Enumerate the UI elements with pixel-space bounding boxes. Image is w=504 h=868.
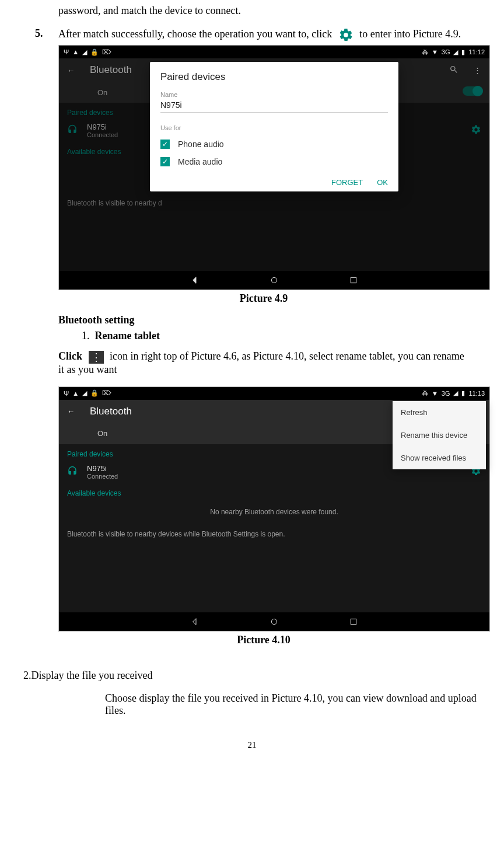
- gear-icon: [335, 28, 360, 40]
- no-devices-message: No nearby Bluetooth devices were found.: [59, 500, 489, 524]
- signal-icon: ◢: [82, 48, 87, 56]
- forget-button[interactable]: FORGET: [331, 178, 363, 187]
- device-name-input[interactable]: [160, 98, 388, 113]
- clock-label: 11:13: [468, 390, 485, 397]
- bluetooth-icon: ⁂: [422, 389, 428, 397]
- screenshot-4-9: Ψ ▲ ◢ 🔒 ⌦ ⁂ ▼ 3G ◢ ▮ 11:12 ← Bluetooth: [58, 45, 490, 290]
- step-5: 5. After match successfully, choose the …: [35, 27, 469, 43]
- caption-4-10: Picture 4.10: [58, 634, 469, 646]
- bug-icon: ⌦: [102, 48, 111, 56]
- on-label: On: [97, 429, 107, 438]
- click-label: Click: [58, 350, 82, 362]
- paired-device-dialog: Paired devices Name Use for ✓ Phone audi…: [150, 62, 398, 191]
- nav-home-icon[interactable]: [270, 617, 279, 626]
- nav-home-icon[interactable]: [270, 276, 279, 285]
- lock-icon: 🔒: [90, 389, 99, 397]
- intro-text: password, and match the device to connec…: [58, 5, 469, 17]
- device-status: Connected: [87, 473, 118, 480]
- ok-button[interactable]: OK: [377, 178, 388, 187]
- status-bar: Ψ ▲ ◢ 🔒 ⌦ ⁂ ▼ 3G ◢ ▮ 11:12: [59, 46, 489, 58]
- headphones-icon: [67, 466, 78, 478]
- nav-bar: [59, 271, 489, 290]
- checkbox-icon: ✓: [160, 157, 170, 166]
- network-label: 3G: [442, 390, 450, 397]
- menu-refresh[interactable]: Refresh: [393, 401, 486, 424]
- battery-icon: ▮: [461, 48, 465, 56]
- svg-point-0: [271, 277, 276, 283]
- bluetooth-icon: ⁂: [422, 48, 428, 56]
- wifi-icon: ▼: [432, 390, 438, 397]
- caption-4-9: Picture 4.9: [58, 292, 469, 305]
- visibility-note: Bluetooth is visible to nearby devices w…: [59, 524, 489, 544]
- rename-tablet-heading: Rename tablet: [95, 330, 160, 341]
- svg-point-2: [271, 619, 276, 624]
- bluetooth-setting-heading: Bluetooth setting: [58, 314, 469, 326]
- overflow-menu: Refresh Rename this device Show received…: [393, 401, 486, 469]
- checkbox-icon: ✓: [160, 140, 170, 149]
- step-5-number: 5.: [35, 27, 58, 40]
- nav-back-icon[interactable]: [190, 617, 200, 626]
- triangle-icon: ▲: [72, 390, 79, 397]
- available-devices-header: Available devices: [59, 483, 489, 500]
- back-icon[interactable]: ←: [67, 407, 75, 416]
- nav-bar: [59, 612, 489, 631]
- device-name: N975i: [87, 464, 118, 473]
- menu-rename-device[interactable]: Rename this device: [393, 424, 486, 447]
- svg-rect-3: [351, 619, 356, 624]
- network-label: 3G: [442, 48, 450, 55]
- menu-show-received[interactable]: Show received files: [393, 447, 486, 469]
- bug-icon: ⌦: [102, 389, 111, 397]
- dialog-title: Paired devices: [160, 71, 388, 83]
- overflow-menu-icon: ⋮: [89, 351, 104, 364]
- triangle-icon: ▲: [72, 48, 79, 55]
- status-bar: Ψ ▲ ◢ 🔒 ⌦ ⁂ ▼ 3G ◢ ▮ 11:13: [59, 387, 489, 400]
- rename-number: 1.: [82, 330, 90, 341]
- display-file-heading: 2.Display the file you received: [23, 670, 492, 682]
- svg-rect-1: [351, 277, 356, 283]
- wifi-icon: ▼: [432, 48, 438, 55]
- page-number: 21: [12, 740, 492, 750]
- phone-audio-option[interactable]: ✓ Phone audio: [160, 140, 388, 149]
- battery-icon: ▮: [461, 389, 465, 397]
- nav-recent-icon[interactable]: [349, 617, 358, 626]
- psi-icon: Ψ: [64, 48, 69, 55]
- display-file-body: Choose display the file you received in …: [105, 692, 481, 717]
- step-5-text-after: to enter into Picture 4.9.: [359, 28, 461, 40]
- media-audio-option[interactable]: ✓ Media audio: [160, 157, 388, 166]
- screenshot-4-10: Ψ ▲ ◢ 🔒 ⌦ ⁂ ▼ 3G ◢ ▮ 11:13 ← Bluetooth: [58, 386, 490, 632]
- nav-back-icon[interactable]: [190, 276, 200, 285]
- step-5-text-before: After match successfully, choose the ope…: [58, 28, 332, 40]
- signal-icon: ◢: [82, 389, 87, 397]
- page-title: Bluetooth: [90, 406, 132, 417]
- cell-icon: ◢: [453, 389, 458, 397]
- use-for-label: Use for: [160, 124, 388, 131]
- name-label: Name: [160, 91, 388, 98]
- cell-icon: ◢: [453, 48, 458, 56]
- phone-audio-label: Phone audio: [178, 140, 224, 149]
- click-description: icon in right top of Picture 4.6, as Pic…: [58, 350, 464, 375]
- nav-recent-icon[interactable]: [349, 276, 358, 285]
- clock-label: 11:12: [468, 48, 485, 55]
- psi-icon: Ψ: [64, 390, 69, 397]
- media-audio-label: Media audio: [178, 157, 222, 166]
- lock-icon: 🔒: [90, 48, 99, 56]
